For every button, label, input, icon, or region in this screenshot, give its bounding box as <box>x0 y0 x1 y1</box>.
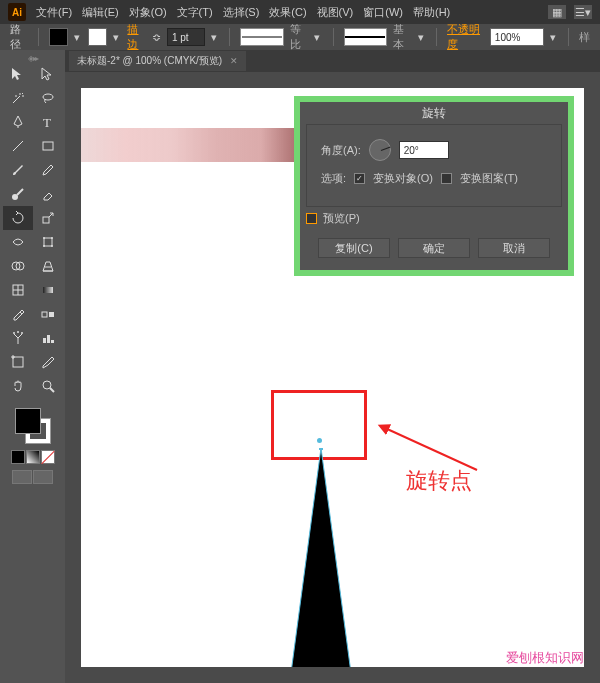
magic-wand-tool[interactable] <box>3 86 33 110</box>
copy-button[interactable]: 复制(C) <box>318 238 390 258</box>
watermark: 爱刨根知识网 <box>506 649 584 667</box>
menu-select[interactable]: 选择(S) <box>223 5 260 20</box>
svg-rect-20 <box>49 312 54 317</box>
svg-point-21 <box>13 332 15 334</box>
scale-label: 等比 <box>290 22 308 52</box>
pencil-tool[interactable] <box>33 158 63 182</box>
angle-input[interactable] <box>399 141 449 159</box>
panel-handle[interactable]: ◈ ▸▸ <box>13 54 53 62</box>
svg-rect-24 <box>43 338 46 343</box>
gradient-tool[interactable] <box>33 278 63 302</box>
brush-select[interactable] <box>344 28 388 46</box>
menu-edit[interactable]: 编辑(E) <box>82 5 119 20</box>
graph-tool[interactable] <box>33 326 63 350</box>
menu-object[interactable]: 对象(O) <box>129 5 167 20</box>
perspective-tool[interactable] <box>33 254 63 278</box>
stroke-menu-chevron[interactable]: ▾ <box>113 31 121 44</box>
dialog-title: 旋转 <box>300 102 568 124</box>
stroke-swatch[interactable] <box>88 28 107 46</box>
pivot-point <box>317 438 322 443</box>
menu-type[interactable]: 文字(T) <box>177 5 213 20</box>
preview-checkbox[interactable] <box>306 213 317 224</box>
transform-objects-checkbox[interactable]: ✓ <box>354 173 365 184</box>
svg-rect-26 <box>51 340 54 343</box>
svg-rect-27 <box>13 357 23 367</box>
color-mode-solid[interactable] <box>11 450 25 464</box>
svg-point-22 <box>17 331 19 333</box>
style-label: 样 <box>579 30 590 45</box>
hand-tool[interactable] <box>3 374 33 398</box>
menu-bar: Ai 文件(F) 编辑(E) 对象(O) 文字(T) 选择(S) 效果(C) 视… <box>0 0 600 24</box>
transform-objects-label: 变换对象(O) <box>373 171 433 186</box>
svg-rect-34 <box>319 448 323 450</box>
fill-swatch[interactable] <box>49 28 68 46</box>
svg-point-9 <box>43 237 45 239</box>
fill-menu-chevron[interactable]: ▾ <box>74 31 82 44</box>
zoom-tool[interactable] <box>33 374 63 398</box>
symbol-sprayer-tool[interactable] <box>3 326 33 350</box>
menu-view[interactable]: 视图(V) <box>317 5 354 20</box>
ok-button[interactable]: 确定 <box>398 238 470 258</box>
color-picker[interactable] <box>15 408 51 444</box>
selection-tool[interactable] <box>3 62 33 86</box>
rectangle-tool[interactable] <box>33 134 63 158</box>
blob-brush-tool[interactable] <box>3 182 33 206</box>
options-bar: 路径 ▾ ▾ 描边 ≎ ▾ 等比 ▾ 基本 ▾ 不透明度 ▾ 样 <box>0 24 600 50</box>
lasso-tool[interactable] <box>33 86 63 110</box>
document-area: 未标题-2* @ 100% (CMYK/预览) ✕ 旋转 角度(A): <box>65 50 600 683</box>
svg-point-30 <box>43 381 51 389</box>
eyedropper-tool[interactable] <box>3 302 33 326</box>
options-label: 选项: <box>321 171 346 186</box>
svg-line-4 <box>13 141 23 151</box>
tool-panel: ◈ ▸▸ T <box>0 50 65 683</box>
cancel-button[interactable]: 取消 <box>478 238 550 258</box>
document-tab[interactable]: 未标题-2* @ 100% (CMYK/预览) ✕ <box>69 51 246 71</box>
svg-line-31 <box>50 388 54 392</box>
pen-tool[interactable] <box>3 110 33 134</box>
transform-patterns-checkbox[interactable] <box>441 173 452 184</box>
opacity-input[interactable] <box>490 28 544 46</box>
free-transform-tool[interactable] <box>33 230 63 254</box>
svg-rect-8 <box>44 238 52 246</box>
menu-effect[interactable]: 效果(C) <box>269 5 306 20</box>
needle-shape[interactable] <box>281 448 361 667</box>
shape-builder-tool[interactable] <box>3 254 33 278</box>
color-mode-none[interactable] <box>41 450 55 464</box>
menu-file[interactable]: 文件(F) <box>36 5 72 20</box>
profile-select[interactable] <box>240 28 284 46</box>
stroke-weight-input[interactable] <box>167 28 205 46</box>
tab-close-icon[interactable]: ✕ <box>230 56 238 66</box>
angle-dial[interactable] <box>369 139 391 161</box>
color-mode-gradient[interactable] <box>26 450 40 464</box>
slice-tool[interactable] <box>33 350 63 374</box>
mesh-tool[interactable] <box>3 278 33 302</box>
scale-tool[interactable] <box>33 206 63 230</box>
arrange-icon[interactable]: ☰▾ <box>574 5 592 19</box>
svg-point-11 <box>43 245 45 247</box>
svg-marker-32 <box>291 448 351 667</box>
eraser-tool[interactable] <box>33 182 63 206</box>
type-tool[interactable]: T <box>33 110 63 134</box>
svg-line-37 <box>385 428 477 470</box>
opacity-link[interactable]: 不透明度 <box>447 22 484 52</box>
svg-point-23 <box>21 332 23 334</box>
canvas[interactable]: 旋转 角度(A): 选项: ✓ 变换对象(O) <box>81 88 584 667</box>
line-tool[interactable] <box>3 134 33 158</box>
direct-selection-tool[interactable] <box>33 62 63 86</box>
draw-mode[interactable] <box>12 470 32 484</box>
preview-label: 预览(P) <box>323 211 360 226</box>
menu-window[interactable]: 窗口(W) <box>363 5 403 20</box>
blend-tool[interactable] <box>33 302 63 326</box>
app-logo: Ai <box>8 3 26 21</box>
artboard-tool[interactable] <box>3 350 33 374</box>
width-tool[interactable] <box>3 230 33 254</box>
bridge-icon[interactable]: ▦ <box>548 5 566 19</box>
screen-mode[interactable] <box>33 470 53 484</box>
angle-label: 角度(A): <box>321 143 361 158</box>
svg-point-12 <box>51 245 53 247</box>
brush-tool[interactable] <box>3 158 33 182</box>
rotate-tool[interactable] <box>3 206 33 230</box>
stroke-link[interactable]: 描边 <box>127 22 145 52</box>
dialog-highlight: 旋转 角度(A): 选项: ✓ 变换对象(O) <box>294 96 574 276</box>
menu-help[interactable]: 帮助(H) <box>413 5 450 20</box>
